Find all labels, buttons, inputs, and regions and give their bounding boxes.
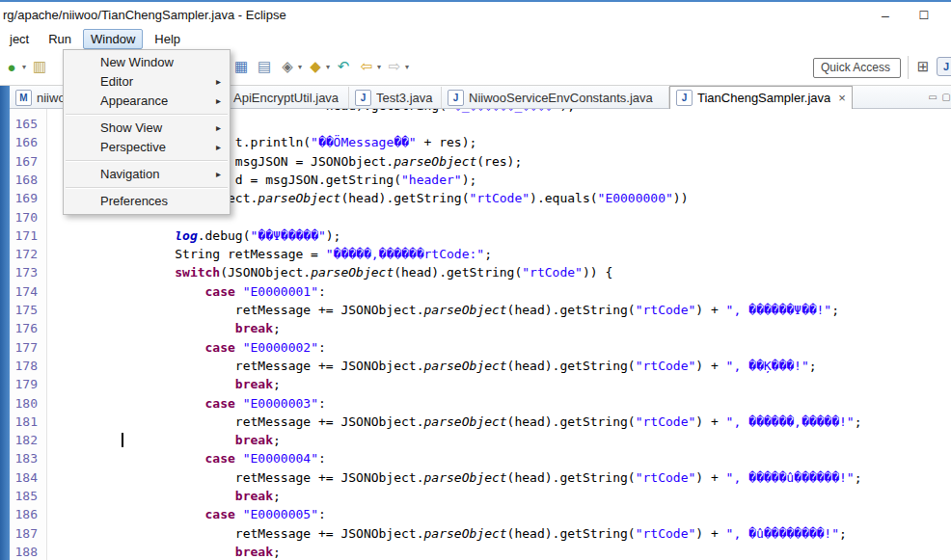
line-number[interactable]: 167 (10, 152, 38, 171)
code-token: break (235, 377, 273, 391)
line-number[interactable]: 183 (10, 449, 38, 467)
window-menu-item-perspective[interactable]: Perspective▸ (64, 138, 230, 157)
line-number[interactable]: 184 (10, 468, 38, 487)
code-line-186[interactable]: case "E0000005": (46, 505, 951, 523)
code-token (235, 507, 243, 521)
save-icon[interactable]: ▥ (30, 57, 49, 76)
code-line-177[interactable]: case "E0000002": (46, 338, 951, 357)
line-number[interactable]: 165 (10, 115, 38, 133)
text-cursor (122, 433, 123, 447)
code-line-183[interactable]: case "E0000004": (46, 449, 951, 467)
code-token: parseObject (424, 414, 507, 429)
back-icon-dropdown-caret[interactable]: ▾ (377, 63, 381, 71)
code-line-188[interactable]: break; (46, 543, 951, 560)
menubar-item-help[interactable]: Help (147, 29, 188, 49)
left-edge-strip (0, 86, 10, 560)
code-line-176[interactable]: break; (46, 319, 951, 337)
java-perspective-icon[interactable]: J (937, 57, 951, 76)
code-line-171[interactable]: log.debug("��Ψ�����"); (46, 227, 951, 245)
submenu-arrow-icon: ▸ (216, 138, 221, 157)
line-number[interactable]: 177 (10, 338, 38, 357)
code-token: "rtCode" (636, 526, 696, 541)
code-token: parseObject (311, 265, 394, 280)
forward-icon-dropdown-caret[interactable]: ▾ (405, 63, 409, 71)
line-number[interactable]: 188 (10, 543, 38, 560)
new-launch-icon[interactable]: ● (2, 57, 21, 76)
window-menu-item-preferences[interactable]: Preferences (64, 192, 230, 211)
code-line-181[interactable]: retMessage += JSONObject.parseObject(hea… (46, 413, 951, 431)
menubar-item-ject[interactable]: ject (2, 29, 37, 49)
minimize-button[interactable]: – (868, 5, 903, 26)
run-config-icon-dropdown-caret[interactable]: ▾ (298, 63, 302, 71)
open-perspective-icon[interactable]: ⊞ (913, 57, 933, 76)
code-line-172[interactable]: String retMessage = "�����,������rtCode:… (46, 245, 951, 263)
line-number[interactable]: 178 (10, 357, 38, 375)
code-token (54, 433, 235, 447)
last-edit-location-icon[interactable]: ↶ (334, 57, 353, 76)
maximize-button[interactable]: ☐ (907, 5, 941, 26)
code-line-178[interactable]: retMessage += JSONObject.parseObject(hea… (46, 357, 951, 375)
minimize-editor-icon[interactable]: ▭ (926, 90, 939, 103)
line-number[interactable]: 176 (10, 319, 38, 337)
code-token: break (235, 321, 273, 335)
tab-label: TianChengSampler.java (697, 91, 830, 105)
code-token: retMessage += JSONObject. (54, 526, 424, 541)
code-token: "rtCode" (522, 265, 583, 280)
maximize-editor-icon[interactable]: ▢ (939, 90, 951, 103)
menubar-item-run[interactable]: Run (41, 29, 79, 49)
window-menu-item-navigation[interactable]: Navigation▸ (64, 165, 230, 184)
line-number[interactable]: 175 (10, 301, 38, 319)
code-line-184[interactable]: retMessage += JSONObject.parseObject(hea… (46, 468, 951, 487)
external-tools-icon-dropdown-caret[interactable]: ▾ (326, 63, 330, 71)
editor-tab-tianchengsampler-java[interactable]: JTianChengSampler.java× (669, 86, 853, 109)
code-token: "E0000005" (243, 507, 318, 521)
console-icon[interactable]: ▦ (231, 57, 251, 76)
window-menu-item-show-view[interactable]: Show View▸ (64, 119, 230, 138)
menu-separator (66, 114, 228, 116)
line-number[interactable]: 168 (10, 171, 38, 189)
editor-tab-test3-java[interactable]: JTest3.java (349, 87, 442, 108)
code-token: ", ��Ķ���!" (726, 359, 809, 373)
code-line-174[interactable]: case "E0000001": (46, 282, 951, 301)
quick-access-box[interactable]: Quick Access (813, 58, 901, 78)
line-number[interactable]: 180 (10, 394, 38, 413)
code-line-182[interactable]: break; (46, 431, 951, 449)
line-number[interactable]: 170 (10, 208, 38, 227)
line-number[interactable]: 179 (10, 375, 38, 393)
line-number[interactable]: 166 (10, 133, 38, 151)
line-number[interactable]: 181 (10, 413, 38, 431)
menubar-item-window[interactable]: Window (83, 29, 143, 49)
line-number[interactable]: 187 (10, 524, 38, 543)
code-line-179[interactable]: break; (46, 375, 951, 393)
code-line-185[interactable]: break; (46, 487, 951, 505)
editor-tab-niiwooserviceenvconstants-java[interactable]: JNiiwooServiceEnvConstants.java (442, 87, 669, 108)
line-number[interactable]: 173 (10, 263, 38, 281)
window-menu-item-editor[interactable]: Editor▸ (64, 72, 230, 92)
back-icon[interactable]: ⇦ (357, 57, 376, 76)
code-token: ; (831, 303, 839, 317)
line-number[interactable]: 174 (10, 282, 38, 301)
tab-close-icon[interactable]: × (838, 91, 846, 105)
window-menu-item-appearance[interactable]: Appearance▸ (64, 92, 230, 111)
code-line-175[interactable]: retMessage += JSONObject.parseObject(hea… (46, 301, 951, 319)
code-token: : (318, 284, 326, 299)
code-line-173[interactable]: switch(JSONObject.parseObject(head).getS… (46, 263, 951, 281)
code-line-187[interactable]: retMessage += JSONObject.parseObject(hea… (46, 524, 951, 543)
code-token: : (318, 396, 326, 411)
code-line-180[interactable]: case "E0000003": (46, 394, 951, 413)
line-number[interactable]: 171 (10, 227, 38, 245)
editor-tab-niiwo[interactable]: Mniiwo (10, 87, 69, 108)
new-launch-icon-dropdown-caret[interactable]: ▾ (22, 63, 26, 71)
forward-icon[interactable]: ⇨ (385, 57, 404, 76)
code-token: retMessage += JSONObject. (54, 303, 424, 317)
line-number[interactable]: 169 (10, 189, 38, 207)
external-tools-icon[interactable]: ◆ (306, 57, 325, 76)
code-token: ); (462, 173, 477, 187)
line-number[interactable]: 182 (10, 431, 38, 449)
line-number[interactable]: 172 (10, 245, 38, 263)
line-number[interactable]: 185 (10, 487, 38, 505)
line-number[interactable]: 186 (10, 505, 38, 523)
run-config-icon[interactable]: ◈ (278, 57, 297, 76)
window-menu-item-new-window[interactable]: New Window (64, 53, 230, 72)
tasks-icon[interactable]: ▤ (255, 57, 274, 76)
